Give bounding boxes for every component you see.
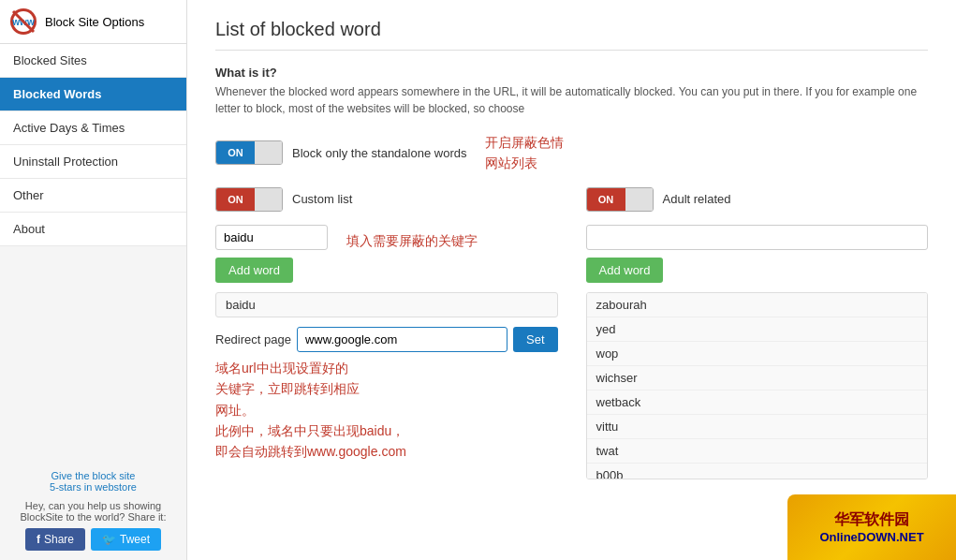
redirect-label: Redirect page: [215, 332, 291, 346]
main-content: List of blocked word What is it? Wheneve…: [187, 0, 956, 560]
sidebar-item-about[interactable]: About: [0, 213, 186, 246]
list-item: wop: [587, 342, 928, 366]
annotation-custom: 填入需要屏蔽的关键字: [346, 230, 478, 251]
custom-toggle-off: [255, 188, 282, 211]
sidebar-header: www Block Site Options: [0, 0, 186, 44]
sidebar-item-uninstall-protection[interactable]: Uninstall Protection: [0, 145, 186, 179]
watermark: 华军软件园 OnlineDOWN.NET: [787, 494, 956, 560]
sidebar-item-other[interactable]: Other: [0, 179, 186, 213]
watermark-top-text: 华军软件园: [834, 510, 909, 530]
add-word-button[interactable]: Add word: [215, 258, 293, 283]
standalone-toggle[interactable]: ON: [215, 140, 283, 165]
list-item: wichser: [587, 366, 928, 391]
adult-list-column: ON Adult related Add word zabourah yed w…: [586, 187, 929, 479]
annotation-redirect: 域名url中出现设置好的 关键字，立即跳转到相应 网址。 此例中，域名中只要出现…: [215, 358, 558, 463]
adult-toggle-off: [625, 188, 653, 211]
sidebar-title: Block Site Options: [45, 15, 144, 29]
page-title: List of blocked word: [215, 19, 928, 51]
custom-toggle-on: ON: [216, 188, 255, 211]
adult-toggle-on: ON: [587, 188, 625, 211]
sidebar-item-blocked-sites[interactable]: Blocked Sites: [0, 44, 186, 78]
tweet-button[interactable]: 🐦 Tweet: [91, 528, 161, 551]
adult-related-label: Adult related: [663, 192, 731, 206]
facebook-icon: f: [37, 533, 40, 546]
list-item: vittu: [587, 415, 928, 439]
list-item: baidu: [216, 293, 557, 317]
list-item: yed: [587, 317, 928, 342]
custom-list-label: Custom list: [292, 192, 352, 206]
twitter-icon: 🐦: [102, 533, 116, 546]
toggle-off-part: [255, 141, 282, 164]
redirect-input[interactable]: [297, 327, 507, 352]
adult-toggle[interactable]: ON: [586, 187, 654, 212]
custom-input-row: 填入需要屏蔽的关键字: [215, 225, 558, 258]
list-item: wetback: [587, 391, 928, 415]
what-is-it-label: What is it?: [215, 66, 928, 80]
standalone-label: Block only the standalone words: [292, 146, 466, 160]
custom-word-list: baidu: [215, 292, 558, 317]
custom-word-input[interactable]: [215, 225, 328, 250]
redirect-row: Redirect page Set: [215, 327, 558, 352]
custom-list-column: ON Custom list 填入需要屏蔽的关键字 Add word baidu…: [215, 187, 558, 479]
share-button[interactable]: f Share: [25, 528, 85, 551]
social-buttons: f Share 🐦 Tweet: [9, 528, 177, 551]
what-is-it-section: What is it? Whenever the blocked word ap…: [215, 66, 928, 117]
toggle-on-label: ON: [216, 141, 255, 164]
adult-word-list: zabourah yed wop wichser wetback vittu t…: [586, 292, 929, 479]
sidebar: www Block Site Options Blocked Sites Blo…: [0, 0, 187, 560]
standalone-toggle-row: ON Block only the standalone words 开启屏蔽色…: [215, 132, 928, 174]
set-button[interactable]: Set: [513, 327, 558, 352]
list-item: zabourah: [587, 293, 928, 317]
list-item: twat: [587, 439, 928, 464]
sidebar-item-blocked-words[interactable]: Blocked Words: [0, 78, 186, 111]
add-adult-word-button[interactable]: Add word: [586, 258, 664, 283]
watermark-bottom-text: OnlineDOWN.NET: [819, 530, 923, 544]
list-item: b00b: [587, 464, 928, 479]
sidebar-social: Give the block site 5-stars in webstore …: [0, 461, 186, 560]
stars-link[interactable]: Give the block site 5-stars in webstore: [9, 470, 177, 493]
help-text: Hey, can you help us showing BlockSite t…: [9, 500, 177, 523]
custom-toggle[interactable]: ON: [215, 187, 283, 212]
description-text: Whenever the blocked word appears somewh…: [215, 83, 928, 117]
sidebar-item-active-days-times[interactable]: Active Days & Times: [0, 111, 186, 145]
two-column-section: ON Custom list 填入需要屏蔽的关键字 Add word baidu…: [215, 187, 928, 479]
custom-toggle-row: ON Custom list: [215, 187, 558, 212]
adult-word-input[interactable]: [586, 225, 929, 250]
adult-toggle-row: ON Adult related: [586, 187, 929, 212]
block-site-logo: www: [9, 7, 37, 36]
annotation-standalone: 开启屏蔽色情 网站列表: [485, 132, 564, 174]
